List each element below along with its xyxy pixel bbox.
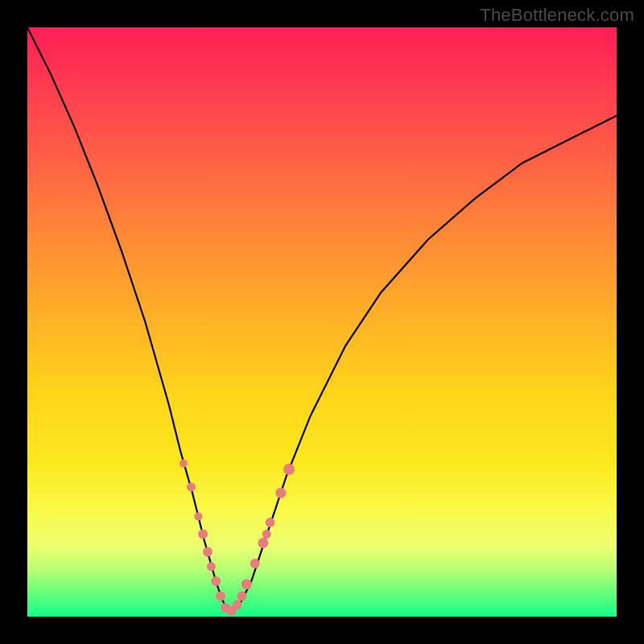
chart-overlay	[27, 27, 617, 617]
marker-point	[262, 530, 271, 539]
marker-point	[258, 538, 268, 548]
marker-point	[187, 483, 196, 492]
marker-point	[266, 518, 275, 527]
chart-canvas: TheBottleneck.com	[0, 0, 644, 644]
marker-point	[216, 591, 225, 601]
marker-point	[211, 576, 221, 586]
watermark-text: TheBottleneck.com	[480, 5, 634, 26]
marker-point	[250, 559, 260, 568]
marker-point	[207, 562, 216, 571]
marker-point	[180, 460, 188, 468]
highlighted-points	[180, 460, 295, 616]
marker-point	[233, 600, 242, 609]
marker-point	[203, 547, 213, 557]
marker-point	[283, 464, 295, 475]
marker-point	[237, 591, 246, 601]
plot-area	[27, 27, 617, 617]
marker-point	[242, 579, 252, 589]
marker-point	[194, 513, 202, 521]
marker-point	[275, 488, 286, 498]
bottleneck-curve	[27, 27, 617, 611]
marker-point	[198, 530, 208, 539]
